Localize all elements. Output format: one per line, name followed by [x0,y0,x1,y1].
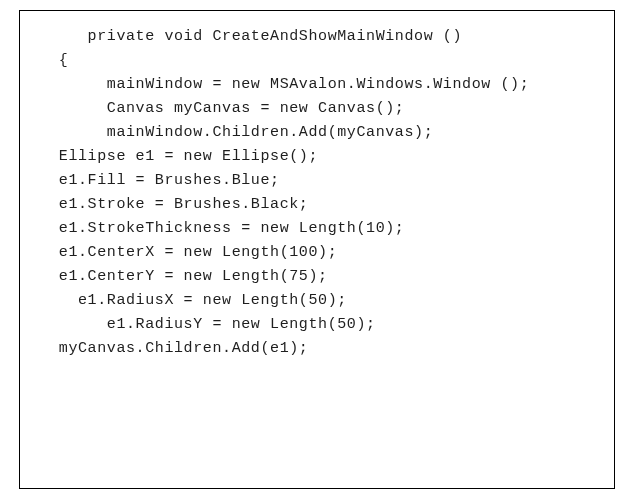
code-line: Ellipse e1 = new Ellipse(); [30,145,604,169]
code-block: private void CreateAndShowMainWindow () … [19,10,615,489]
code-line: e1.StrokeThickness = new Length(10); [30,217,604,241]
code-line: e1.Fill = Brushes.Blue; [30,169,604,193]
code-line: mainWindow.Children.Add(myCanvas); [30,121,604,145]
code-line: e1.CenterY = new Length(75); [30,265,604,289]
code-line: { [30,49,604,73]
code-line: e1.CenterX = new Length(100); [30,241,604,265]
code-line: Canvas myCanvas = new Canvas(); [30,97,604,121]
code-line: e1.RadiusY = new Length(50); [30,313,604,337]
code-line: e1.RadiusX = new Length(50); [30,289,604,313]
code-line: private void CreateAndShowMainWindow () [30,25,604,49]
code-line: e1.Stroke = Brushes.Black; [30,193,604,217]
code-line: myCanvas.Children.Add(e1); [30,337,604,361]
code-line: mainWindow = new MSAvalon.Windows.Window… [30,73,604,97]
